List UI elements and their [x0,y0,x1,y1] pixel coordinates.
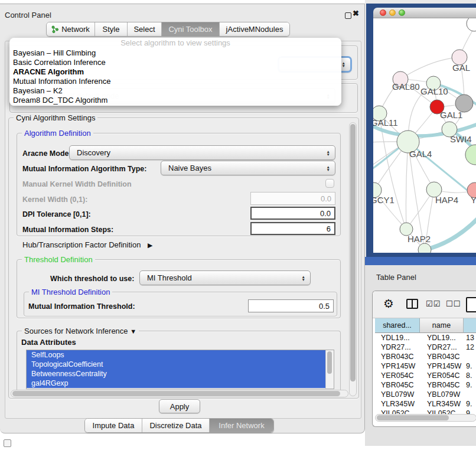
tab-select[interactable]: Select [128,22,162,36]
table-row[interactable]: YBR043CYBR043C [375,352,476,361]
aracne-mode-combo[interactable]: Discovery ▲▼ [69,145,335,160]
table-row[interactable]: YPR145WYPR145W9. [375,361,476,371]
algorithm-definition-title: Algorithm Definition [22,129,93,138]
mi-type-value: Naive Bayes [168,164,211,172]
close-icon[interactable]: ✖ [353,9,359,18]
aracne-mode-label: Aracne Mode: [22,149,71,158]
column-header-2[interactable]: name [420,318,464,333]
dpi-tolerance-field[interactable]: 0.0 [250,207,335,220]
hub-definition-label: Hub/Transcription Factor Definition [22,240,141,249]
unchecked-boxes-icon[interactable]: ☐☐ [446,299,461,308]
tab-impute-data[interactable]: Impute Data [85,419,142,432]
node-label: GAL [452,63,470,73]
tab-network[interactable]: Network [47,22,95,36]
float-window-icon[interactable] [345,12,351,19]
combo-arrows-icon: ▲▼ [327,150,330,156]
control-panel-title: Control Panel [5,11,51,19]
tab-discretize-data[interactable]: Discretize Data [142,419,210,432]
table-cell: YBR043C [420,352,464,361]
algorithm-item[interactable]: Mutual Information Inference [9,77,341,86]
mi-steps-field[interactable]: 6 [250,222,335,235]
node-label: HAP4 [435,195,458,205]
table-cell: YLR345W [420,399,464,409]
algorithm-popup-placeholder: Select algorithm to view settings [9,38,341,48]
network-edge[interactable] [425,217,476,250]
manual-kernel-checkbox[interactable] [325,179,334,188]
dpi-tolerance-value: 0.0 [320,209,331,218]
scrollbar-thumb[interactable] [327,351,332,374]
network-node[interactable] [467,18,476,31]
attribute-item-selected[interactable]: BetweennessCentrality [27,369,326,379]
algorithm-item[interactable]: Bayesian – Hill Climbing [9,48,341,58]
node-label: GAL10 [420,86,448,96]
node-label: SWI4 [450,134,472,144]
which-threshold-combo[interactable]: MI Threshold ▲▼ [139,270,311,285]
network-edge[interactable] [400,57,459,79]
table-row[interactable]: YLR345WYLR345W9. [375,399,476,409]
algorithm-item[interactable]: Dream8 DC_TDC Algorithm [9,96,341,105]
table-cell: YER054C [375,371,420,380]
control-panel-window: Control Panel ✖ NetworkStyleSelectCyni T… [0,4,365,433]
table-row[interactable]: YDR27...YDR27...12 [375,343,476,352]
settings-vertical-scrollbar[interactable] [349,122,357,396]
minimized-panel-icon[interactable] [4,439,11,447]
kernel-width-field[interactable]: 0.0 [250,192,335,205]
tab-infer-network[interactable]: Infer Network [210,419,273,432]
network-edge[interactable] [406,142,408,229]
table-cell: 9. [464,361,476,371]
close-traffic-light-icon[interactable] [380,9,386,16]
attributes-scrollbar[interactable] [325,350,334,389]
zoom-traffic-light-icon[interactable] [399,9,405,16]
tab-label: Style [103,25,120,34]
algorithm-item[interactable]: Bayesian – K2 [9,86,341,96]
combo-arrows-icon: ▲▼ [342,61,345,67]
table-cell: 9. [464,380,476,390]
table-row[interactable]: YDL19...YDL19...13 [375,333,476,343]
algorithm-item[interactable]: ARACNE Algorithm [9,67,341,77]
network-canvas[interactable]: GALGAL80GAL10GAL1GAL11SWI4GAL4GCY1HAP4YH… [373,18,476,253]
attribute-item-selected[interactable]: TopologicalCoefficient [27,360,326,369]
table-body: YDL19...YDL19...13YDR27...YDR27...12YBR0… [375,333,476,418]
table-cell [464,390,476,399]
apply-button[interactable]: Apply [159,399,200,413]
split-pane-icon[interactable] [406,299,418,309]
table-cell: YBR045C [420,380,464,390]
checked-boxes-icon[interactable]: ☑☑ [426,299,441,308]
table-horizontal-scrollbar[interactable] [375,414,476,422]
mi-type-combo[interactable]: Naive Bayes ▲▼ [161,161,335,175]
network-window-titlebar[interactable] [373,8,476,18]
combo-arrows-icon: ▲▼ [302,275,305,281]
column-header-3[interactable] [464,318,476,333]
network-node[interactable] [465,145,476,165]
tab-label: Network [61,25,90,34]
dpi-tolerance-label: DPI Tolerance [0,1]: [22,210,91,219]
tab-cyni-toolbox[interactable]: Cyni Toolbox [162,22,220,36]
algorithm-item[interactable]: Basic Correlation Inference [9,58,341,67]
table-cell: YDR27... [375,343,420,352]
minimize-traffic-light-icon[interactable] [389,9,396,16]
table-cell: YBL079W [375,390,420,399]
tab-style[interactable]: Style [95,22,128,36]
scrollbar-thumb[interactable] [350,124,356,381]
attribute-item-selected[interactable]: gal4RGexp [27,379,326,388]
attribute-item-selected[interactable]: SelfLoops [27,350,326,360]
tab-label: jActiveMNodules [226,25,283,34]
table-cell: YDL19... [375,333,420,343]
tab-jactivemnodules[interactable]: jActiveMNodules [220,22,289,36]
mi-threshold-value: 0.5 [319,302,330,311]
node-label: Y [471,195,476,205]
document-icon[interactable] [466,297,476,312]
mi-threshold-field[interactable]: 0.5 [248,299,334,312]
scrollbar-thumb[interactable] [12,391,340,396]
column-header-1[interactable]: shared... [375,318,420,333]
table-row[interactable]: YBL079WYBL079W [375,390,476,399]
settings-horizontal-scrollbar[interactable] [11,390,348,397]
gear-icon[interactable]: ⚙ [383,296,394,311]
table-row[interactable]: YER054CYER054C8. [375,371,476,380]
algorithm-dropdown-popup: Select algorithm to view settings Bayesi… [9,38,341,106]
cyni-algorithm-settings-title: Cyni Algorithm Settings [14,113,97,122]
scrollbar-thumb[interactable] [377,415,449,420]
node-label: GAL1 [440,110,462,120]
table-row[interactable]: YBR045CYBR045C9. [375,380,476,390]
hub-definition-toggle[interactable]: Hub/Transcription Factor Definition ▶ [22,240,152,249]
